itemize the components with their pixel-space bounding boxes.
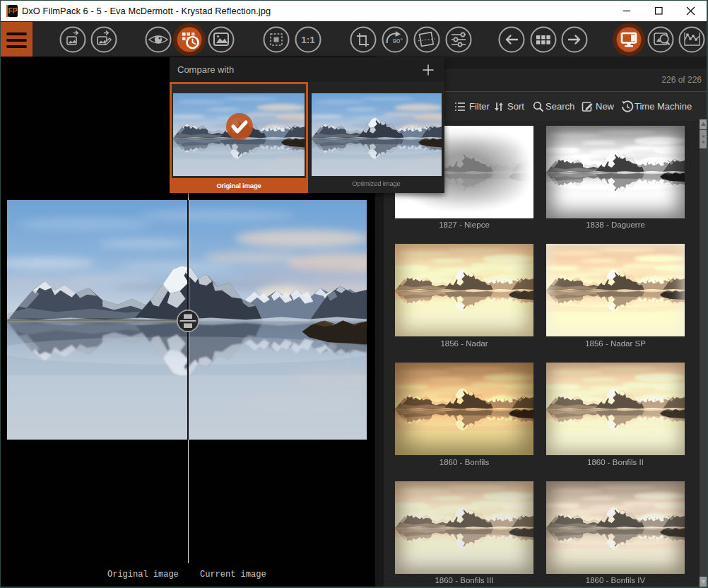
svg-text:90°: 90° bbox=[393, 37, 403, 45]
svg-text:1:1: 1:1 bbox=[301, 35, 315, 45]
